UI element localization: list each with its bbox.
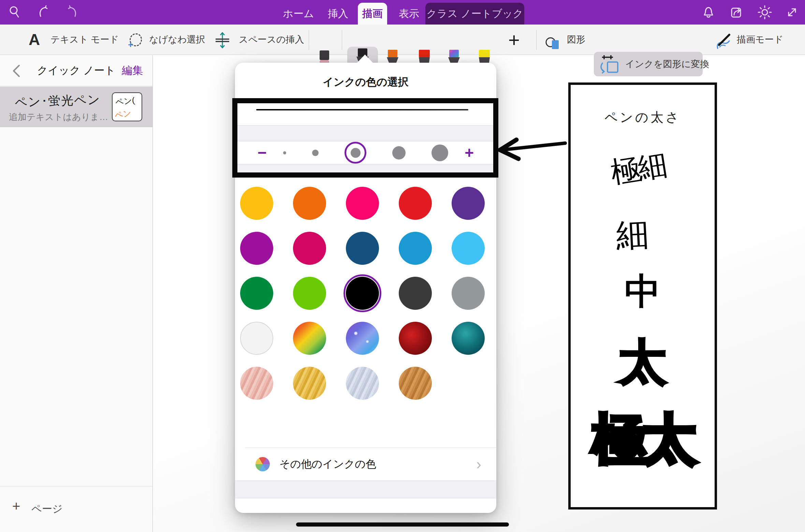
- tab-view[interactable]: 表示: [395, 3, 423, 25]
- sidebar-header: クイック ノート 編集: [0, 55, 152, 86]
- color-swatch-dark-gray[interactable]: [399, 277, 432, 310]
- thickness-dot[interactable]: [283, 151, 286, 154]
- color-swatch-green[interactable]: [240, 277, 273, 310]
- swatch-row: [235, 187, 496, 220]
- thumb-ink-black: ペン(: [115, 95, 135, 108]
- thickness-increase-button[interactable]: +: [465, 145, 474, 161]
- thickness-dot-list: [283, 142, 448, 164]
- popover-title: インクの色の選択: [235, 75, 496, 89]
- undo-icon[interactable]: [36, 5, 51, 20]
- thickness-dot[interactable]: [392, 146, 406, 159]
- color-swatch-light-green[interactable]: [293, 277, 326, 310]
- color-swatch-black[interactable]: [346, 277, 379, 310]
- color-swatch-silver[interactable]: [346, 367, 379, 400]
- chevron-right-icon: ›: [476, 456, 481, 473]
- handwriting-sample-中: 中: [571, 273, 715, 309]
- toolbar-divider: [342, 30, 342, 50]
- color-swatch-galaxy[interactable]: [346, 322, 379, 355]
- insert-space-icon: [215, 32, 230, 48]
- color-swatch-teal-marble[interactable]: [452, 322, 485, 355]
- text-mode-button[interactable]: テキスト モード: [50, 33, 119, 46]
- page-item-subtitle: 追加テキストはありま…: [9, 111, 108, 123]
- draw-mode-button[interactable]: 描画モード: [737, 33, 783, 46]
- settings-gear-icon[interactable]: [757, 5, 772, 20]
- notifications-bell-icon[interactable]: [701, 5, 716, 20]
- thickness-dot[interactable]: [312, 150, 319, 156]
- insert-space-button[interactable]: スペースの挿入: [239, 33, 304, 46]
- onenote-ipad-app: ホーム 挿入 描画 表示 クラス ノートブック A テキスト モード + なげな…: [0, 0, 805, 532]
- ink-to-shape-icon: [599, 55, 620, 74]
- add-page-label: ページ: [31, 502, 62, 516]
- home-indicator[interactable]: [296, 522, 509, 527]
- redo-icon[interactable]: [65, 5, 80, 20]
- color-swatch-navy[interactable]: [346, 232, 379, 265]
- color-swatch-white[interactable]: [240, 322, 273, 355]
- swatch-row: [235, 277, 496, 310]
- pen-thickness-ink-box: ペンの太さ 極細細中太極太: [568, 82, 717, 510]
- add-page-button[interactable]: + ページ: [0, 486, 152, 532]
- color-swatch-dark-pink[interactable]: [293, 232, 326, 265]
- color-swatch-red[interactable]: [399, 187, 432, 220]
- more-ink-colors-button[interactable]: その他のインクの色 ›: [235, 448, 496, 481]
- selected-color-ring: [343, 274, 381, 312]
- tab-home[interactable]: ホーム: [280, 3, 317, 25]
- tab-class-notebook[interactable]: クラス ノートブック: [425, 3, 524, 25]
- thickness-decrease-button[interactable]: −: [258, 145, 267, 161]
- top-bar: ホーム 挿入 描画 表示 クラス ノートブック: [0, 0, 805, 25]
- thickness-dot-selected[interactable]: [345, 142, 366, 164]
- text-mode-icon: A: [29, 30, 40, 49]
- thickness-dot[interactable]: [351, 148, 361, 158]
- color-swatch-purple[interactable]: [452, 187, 485, 220]
- toolbar-divider: [536, 30, 537, 50]
- swatch-row: [235, 322, 496, 355]
- color-swatch-gold[interactable]: [293, 367, 326, 400]
- thumb-ink-orange: ペン: [114, 107, 132, 121]
- plus-icon: +: [12, 499, 20, 514]
- tab-insert[interactable]: 挿入: [322, 3, 354, 25]
- page-list-item-selected[interactable]: ペン･蛍光ペン 追加テキストはありま… ペン( ペン: [0, 87, 152, 127]
- thickness-controls: − +: [235, 141, 496, 164]
- lasso-select-icon: +: [130, 33, 142, 46]
- handwriting-sample-太: 太: [571, 338, 715, 386]
- page-list-sidebar: クイック ノート 編集 ペン･蛍光ペン 追加テキストはありま… ペン( ペン +…: [0, 55, 153, 532]
- fullscreen-expand-icon[interactable]: [785, 5, 800, 20]
- band: [235, 164, 496, 173]
- draw-mode-icon: [713, 33, 733, 51]
- tab-draw[interactable]: 描画: [358, 3, 387, 25]
- color-swatch-pink[interactable]: [346, 187, 379, 220]
- draw-toolbar: A テキスト モード + なげなわ選択 スペースの挿入 ⌄: [0, 25, 805, 55]
- thickness-dot[interactable]: [431, 145, 448, 161]
- toolbar-divider: [309, 30, 309, 50]
- share-icon[interactable]: [729, 5, 744, 20]
- shapes-icon: [544, 35, 562, 50]
- edit-button[interactable]: 編集: [122, 63, 143, 78]
- add-pen-button[interactable]: +: [508, 28, 520, 51]
- search-icon[interactable]: [8, 5, 23, 20]
- pen-thickness-title: ペンの太さ: [571, 109, 715, 126]
- color-swatch-bronze[interactable]: [399, 367, 432, 400]
- color-swatch-rainbow-glitter[interactable]: [293, 322, 326, 355]
- page-item-title: ペン･蛍光ペン: [11, 91, 104, 111]
- page-thumbnail: ペン( ペン: [112, 92, 142, 121]
- color-swatch-yellow[interactable]: [240, 187, 273, 220]
- color-wheel-icon: [255, 457, 270, 471]
- handwriting-sample-細: 細: [560, 215, 705, 255]
- popover-caret: [356, 55, 374, 63]
- color-swatch-grid: [235, 187, 496, 400]
- stroke-preview: [256, 109, 468, 110]
- swatch-row: [235, 232, 496, 265]
- shapes-button[interactable]: 図形: [567, 33, 585, 46]
- color-swatch-light-blue[interactable]: [452, 232, 485, 265]
- band: [235, 125, 496, 141]
- color-swatch-red-marble[interactable]: [399, 322, 432, 355]
- color-swatch-blue[interactable]: [399, 232, 432, 265]
- ink-color-popover: インクの色の選択 − + その他のインクの色 ›: [235, 63, 496, 513]
- lasso-select-button[interactable]: なげなわ選択: [149, 33, 205, 46]
- ink-to-shape-button[interactable]: インクを図形に変換: [594, 52, 703, 76]
- color-swatch-orange[interactable]: [293, 187, 326, 220]
- color-swatch-magenta[interactable]: [240, 232, 273, 265]
- color-swatch-gray[interactable]: [452, 277, 485, 310]
- band: [235, 481, 496, 498]
- handwriting-sample-極太: 極太: [571, 412, 715, 466]
- color-swatch-rose-gold[interactable]: [240, 367, 273, 400]
